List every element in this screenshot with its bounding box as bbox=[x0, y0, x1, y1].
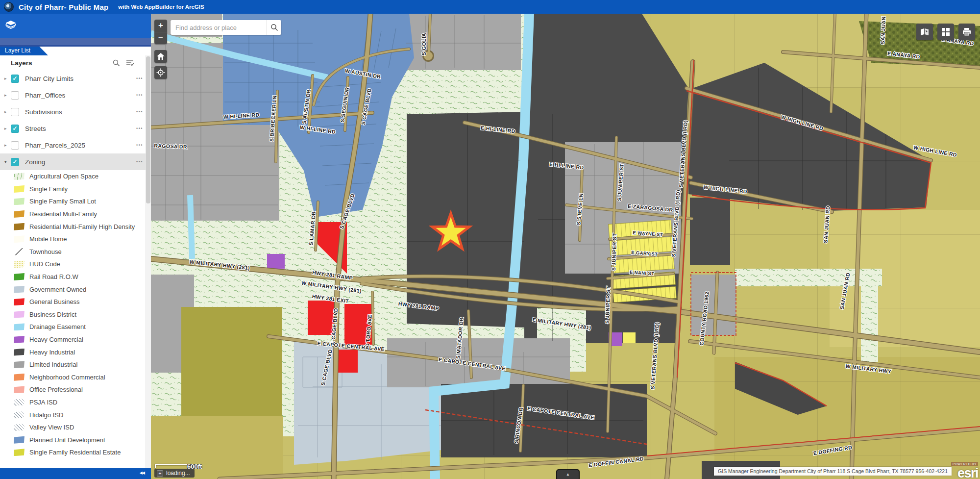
legend-label: Residential Multi-Family bbox=[29, 210, 97, 218]
layer-visibility-checkbox[interactable] bbox=[11, 141, 19, 150]
legend-swatch bbox=[14, 311, 24, 318]
legend-item: Single Family bbox=[0, 183, 151, 196]
expand-arrow-icon[interactable]: ▸ bbox=[4, 126, 11, 131]
layer-row[interactable]: ▸Subdivisions••• bbox=[0, 103, 151, 120]
legend-label: Mobile Home bbox=[29, 235, 67, 243]
legend-swatch bbox=[14, 248, 24, 255]
expand-arrow-icon[interactable]: ▸ bbox=[4, 143, 11, 148]
layer-menu-icon[interactable]: ••• bbox=[136, 109, 143, 114]
legend-item: Limited Industrial bbox=[0, 358, 151, 371]
legend-label: Townhouse bbox=[29, 248, 62, 255]
legend-label: Drainage Easement bbox=[29, 323, 86, 330]
legend-item: PSJA ISD bbox=[0, 396, 151, 409]
legend-label: Government Owned bbox=[29, 286, 86, 293]
legend-item: Government Owned bbox=[0, 283, 151, 296]
legend-item: Heavy Commercial bbox=[0, 333, 151, 346]
legend-button[interactable] bbox=[916, 24, 933, 40]
layer-label: Pharr_Parcels_2025 bbox=[25, 142, 85, 149]
legend-swatch bbox=[14, 336, 24, 343]
legend-item: HUD Code bbox=[0, 258, 151, 271]
layer-visibility-checkbox[interactable]: ✓ bbox=[11, 125, 19, 133]
scale-bar bbox=[155, 464, 191, 468]
legend-item: Hidalgo ISD bbox=[0, 408, 151, 421]
street-label: S GOLIA bbox=[421, 33, 427, 55]
single-family-residential-estate-zone bbox=[181, 307, 282, 421]
layer-row[interactable]: ▾✓Zoning••• bbox=[0, 153, 151, 170]
printer-icon bbox=[962, 27, 972, 36]
layer-menu-icon[interactable]: ••• bbox=[136, 76, 143, 81]
app-header: City of Pharr- Public Map with Web AppBu… bbox=[0, 0, 980, 14]
app-title: City of Pharr- Public Map bbox=[19, 3, 108, 11]
loading-crosshair-icon: + bbox=[157, 470, 163, 477]
expand-arrow-icon[interactable]: ▸ bbox=[4, 109, 11, 114]
widget-toolbar bbox=[916, 24, 975, 40]
layers-widget-button[interactable] bbox=[4, 18, 18, 32]
legend-item: Business District bbox=[0, 308, 151, 321]
collapse-arrow-icon[interactable]: ▾ bbox=[4, 159, 11, 164]
sidebar: Layer List Layers ▸✓Pharr City Limits•••… bbox=[0, 14, 151, 479]
layer-label: Streets bbox=[25, 125, 46, 132]
zoom-in-button[interactable]: + bbox=[154, 20, 167, 32]
layer-row[interactable]: ▸✓Pharr City Limits••• bbox=[0, 70, 151, 87]
legend-book-icon bbox=[920, 27, 930, 36]
map-svg: W AUSTIN DRS GOLIAS AUSTIN DRS SEGUIN DR… bbox=[151, 14, 980, 479]
legend-item: Planned Unit Development bbox=[0, 433, 151, 446]
map-canvas[interactable]: W AUSTIN DRS GOLIAS AUSTIN DRS SEGUIN DR… bbox=[151, 14, 980, 479]
legend-item: Neighborhood Commercial bbox=[0, 371, 151, 384]
layer-filter-icon[interactable] bbox=[126, 59, 134, 66]
layer-menu-icon[interactable]: ••• bbox=[136, 159, 143, 164]
layer-menu-icon[interactable]: ••• bbox=[136, 143, 143, 148]
layer-row[interactable]: ▸Pharr_Offices••• bbox=[0, 87, 151, 103]
basemap-gallery-button[interactable] bbox=[937, 24, 954, 40]
legend-label: General Business bbox=[29, 298, 80, 305]
legend-swatch bbox=[14, 173, 24, 180]
legend-label: Neighborhood Commercial bbox=[29, 374, 105, 381]
search-button[interactable] bbox=[267, 20, 281, 35]
layer-visibility-checkbox[interactable] bbox=[11, 91, 19, 100]
layer-menu-icon[interactable]: ••• bbox=[136, 93, 143, 98]
legend-swatch bbox=[14, 223, 24, 230]
print-button[interactable] bbox=[958, 24, 975, 40]
legend-swatch bbox=[14, 361, 24, 368]
legend-item: Townhouse bbox=[0, 246, 151, 258]
legend-swatch bbox=[14, 198, 24, 205]
legend-swatch bbox=[14, 374, 24, 381]
attribution-toggle-button[interactable]: ▲ bbox=[556, 469, 580, 479]
legend-label: Business District bbox=[29, 311, 76, 318]
search-box bbox=[171, 20, 281, 35]
legend-item: Single Family Residential Estate bbox=[0, 446, 151, 459]
map-attribution: GIS Manager Engineering Department City … bbox=[714, 467, 952, 476]
layer-visibility-checkbox[interactable]: ✓ bbox=[11, 158, 19, 166]
layer-menu-icon[interactable]: ••• bbox=[136, 126, 143, 131]
legend-item: Mobile Home bbox=[0, 233, 151, 246]
panel-scrollbar[interactable] bbox=[146, 55, 151, 468]
layer-visibility-checkbox[interactable]: ✓ bbox=[11, 75, 19, 83]
legend-item: Residential Multi-Family bbox=[0, 208, 151, 221]
locate-icon bbox=[156, 68, 165, 77]
home-button[interactable] bbox=[154, 50, 167, 63]
sidebar-secondary-strip bbox=[0, 38, 151, 47]
layer-visibility-checkbox[interactable] bbox=[11, 108, 19, 116]
home-icon bbox=[156, 52, 165, 60]
legend-swatch bbox=[14, 273, 24, 280]
search-input[interactable] bbox=[171, 20, 267, 35]
layer-label: Pharr_Offices bbox=[25, 92, 65, 99]
loading-text: loading... bbox=[166, 470, 190, 477]
tab-layer-list[interactable]: Layer List bbox=[0, 47, 48, 55]
layer-row[interactable]: ▸Pharr_Parcels_2025••• bbox=[0, 137, 151, 153]
layer-row[interactable]: ▸✓Streets••• bbox=[0, 120, 151, 137]
legend-label: Single Family bbox=[29, 185, 68, 193]
legend-item: Single Family Small Lot bbox=[0, 195, 151, 208]
legend-item: Agricultural Open Space bbox=[0, 170, 151, 183]
collapse-panel-icon[interactable]: ◀◀ bbox=[140, 471, 145, 475]
legend-swatch bbox=[14, 210, 24, 218]
layer-search-icon[interactable] bbox=[113, 59, 120, 67]
legend-swatch bbox=[14, 260, 24, 268]
layer-label: Zoning bbox=[25, 158, 45, 166]
my-location-button[interactable] bbox=[154, 66, 167, 79]
legend-swatch bbox=[14, 286, 24, 293]
zoom-out-button[interactable]: − bbox=[154, 32, 167, 44]
expand-arrow-icon[interactable]: ▸ bbox=[4, 76, 11, 81]
panel-scrollbar-thumb[interactable] bbox=[146, 56, 150, 203]
expand-arrow-icon[interactable]: ▸ bbox=[4, 93, 11, 98]
